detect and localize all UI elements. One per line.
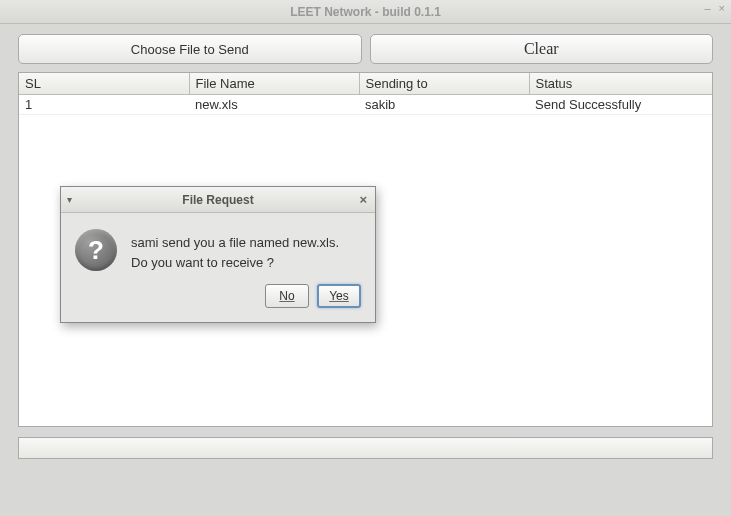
- file-request-dialog: ▾ File Request × ? sami send you a file …: [60, 186, 376, 323]
- dialog-title: File Request: [61, 193, 375, 207]
- window-controls: – ×: [704, 2, 725, 14]
- header-sending-to[interactable]: Sending to: [359, 73, 529, 95]
- no-button[interactable]: No: [265, 284, 309, 308]
- header-file-name[interactable]: File Name: [189, 73, 359, 95]
- dialog-message-line2: Do you want to receive ?: [131, 255, 274, 270]
- dialog-titlebar[interactable]: ▾ File Request ×: [61, 187, 375, 213]
- cell-file-name: new.xls: [189, 95, 359, 115]
- chevron-down-icon[interactable]: ▾: [67, 194, 72, 205]
- header-sl[interactable]: SL: [19, 73, 189, 95]
- window-titlebar: LEET Network - build 0.1.1 – ×: [0, 0, 731, 24]
- header-status[interactable]: Status: [529, 73, 712, 95]
- dialog-buttons: No Yes: [61, 284, 375, 322]
- window-title: LEET Network - build 0.1.1: [290, 5, 441, 19]
- dialog-message-line1: sami send you a file named new.xls.: [131, 235, 339, 250]
- question-icon: ?: [75, 229, 117, 271]
- cell-sl: 1: [19, 95, 189, 115]
- cell-status: Send Successfully: [529, 95, 712, 115]
- status-bar: [18, 437, 713, 459]
- dialog-body: ? sami send you a file named new.xls. Do…: [61, 213, 375, 284]
- table-row[interactable]: 1 new.xls sakib Send Successfully: [19, 95, 712, 115]
- button-row: Choose File to Send Clear: [18, 34, 713, 64]
- choose-file-button[interactable]: Choose File to Send: [18, 34, 362, 64]
- dialog-message: sami send you a file named new.xls. Do y…: [131, 229, 339, 272]
- table-header-row: SL File Name Sending to Status: [19, 73, 712, 95]
- yes-button[interactable]: Yes: [317, 284, 361, 308]
- dialog-close-icon[interactable]: ×: [359, 192, 367, 207]
- minimize-icon[interactable]: –: [704, 2, 710, 14]
- cell-sending-to: sakib: [359, 95, 529, 115]
- close-icon[interactable]: ×: [719, 2, 725, 14]
- clear-button[interactable]: Clear: [370, 34, 714, 64]
